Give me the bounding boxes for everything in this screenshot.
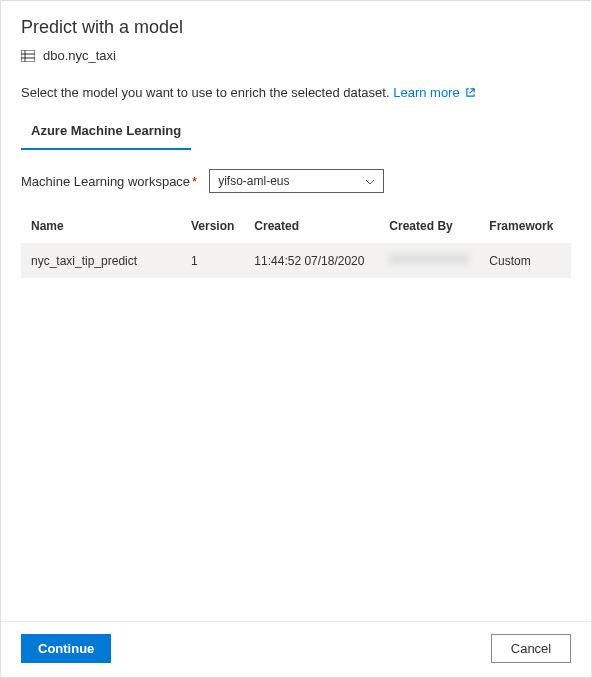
svg-line-4 — [470, 89, 475, 94]
workspace-select[interactable]: yifso-aml-eus — [209, 169, 384, 193]
tabs: Azure Machine Learning — [21, 115, 571, 151]
cell-framework: Custom — [479, 243, 571, 278]
continue-button[interactable]: Continue — [21, 634, 111, 663]
col-header-version[interactable]: Version — [181, 209, 244, 243]
workspace-label: Machine Learning workspace* — [21, 174, 197, 189]
workspace-selected-value: yifso-aml-eus — [218, 174, 289, 188]
svg-rect-0 — [21, 50, 35, 62]
chevron-down-icon — [365, 174, 375, 188]
dataset-row: dbo.nyc_taxi — [21, 48, 571, 63]
col-header-name[interactable]: Name — [21, 209, 181, 243]
table-row[interactable]: nyc_taxi_tip_predict 1 11:44:52 07/18/20… — [21, 243, 571, 278]
col-header-created-by[interactable]: Created By — [379, 209, 479, 243]
cell-created: 11:44:52 07/18/2020 — [244, 243, 379, 278]
cell-created-by — [379, 243, 479, 278]
cell-name: nyc_taxi_tip_predict — [21, 243, 181, 278]
table-icon — [21, 50, 35, 62]
external-link-icon — [465, 86, 476, 101]
dataset-name: dbo.nyc_taxi — [43, 48, 116, 63]
redacted-text — [389, 253, 469, 265]
description: Select the model you want to use to enri… — [21, 85, 571, 101]
description-text: Select the model you want to use to enri… — [21, 85, 390, 100]
col-header-framework[interactable]: Framework — [479, 209, 571, 243]
page-title: Predict with a model — [21, 17, 571, 38]
models-table: Name Version Created Created By Framewor… — [21, 209, 571, 278]
required-indicator: * — [192, 174, 197, 189]
learn-more-link[interactable]: Learn more — [393, 85, 476, 100]
cancel-button[interactable]: Cancel — [491, 634, 571, 663]
cell-version: 1 — [181, 243, 244, 278]
tab-azure-ml[interactable]: Azure Machine Learning — [21, 115, 191, 150]
footer: Continue Cancel — [1, 621, 591, 677]
col-header-created[interactable]: Created — [244, 209, 379, 243]
